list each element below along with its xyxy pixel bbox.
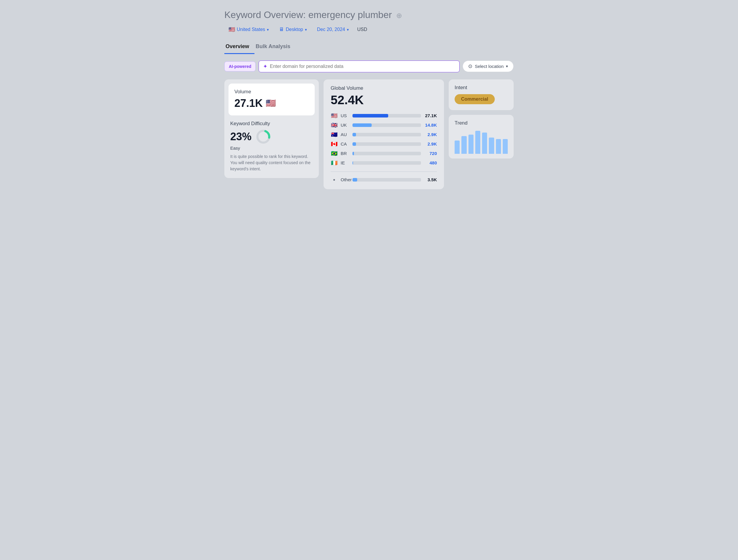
date-label: Dec 20, 2024 xyxy=(317,27,345,32)
trend-label: Trend xyxy=(455,120,508,126)
domain-input-wrapper[interactable]: ✦ xyxy=(259,60,460,72)
bar-track-other xyxy=(352,178,421,182)
num-other: 3.5K xyxy=(424,177,437,182)
bar-fill-uk xyxy=(352,123,372,127)
title-keyword: emergency plumber xyxy=(309,9,392,20)
code-uk: UK xyxy=(341,122,350,127)
select-location-btn[interactable]: ⊙ Select location ▾ xyxy=(462,60,514,72)
bar-fill-ca xyxy=(352,142,356,146)
kd-label: Keyword Difficulty xyxy=(230,121,313,126)
bar-track-au xyxy=(352,133,421,136)
ai-row: AI-powered ✦ ⊙ Select location ▾ xyxy=(224,60,514,72)
device-filter-btn[interactable]: 🖥 Desktop ▾ xyxy=(275,25,311,34)
kd-row: 23% xyxy=(230,129,313,145)
add-keyword-icon[interactable]: ⊕ xyxy=(396,11,402,19)
flag-uk: 🇬🇧 xyxy=(331,122,338,128)
flag-au: 🇦🇺 xyxy=(331,131,338,138)
country-row-au: 🇦🇺 AU 2.9K xyxy=(331,131,437,138)
domain-input[interactable] xyxy=(270,64,455,69)
global-volume-label: Global Volume xyxy=(331,85,437,91)
volume-number: 27.1K xyxy=(235,97,263,109)
currency-label: USD xyxy=(355,25,370,34)
flag-br: 🇧🇷 xyxy=(331,150,338,157)
bar-track-uk xyxy=(352,123,421,127)
trend-bar-1 xyxy=(455,141,460,154)
country-row-ca: 🇨🇦 CA 2.9K xyxy=(331,141,437,147)
filters-row: 🇺🇸 United States ▾ 🖥 Desktop ▾ Dec 20, 2… xyxy=(224,24,514,34)
code-ie: IE xyxy=(341,160,350,165)
code-br: BR xyxy=(341,151,350,156)
header: Keyword Overview: emergency plumber ⊕ 🇺🇸… xyxy=(224,9,514,34)
location-filter-btn[interactable]: 🇺🇸 United States ▾ xyxy=(224,24,273,34)
code-us: US xyxy=(341,113,350,118)
bar-track-us xyxy=(352,114,421,117)
device-chevron-icon: ▾ xyxy=(305,27,307,32)
location-select-chevron-icon: ▾ xyxy=(506,64,508,68)
location-pin-icon: ⊙ xyxy=(468,63,472,69)
bar-fill-other xyxy=(352,178,357,182)
intent-card: Intent Commercial xyxy=(449,79,514,110)
volume-flag: 🇺🇸 xyxy=(266,98,276,108)
bar-fill-au xyxy=(352,133,356,136)
flag-ca: 🇨🇦 xyxy=(331,141,338,147)
right-col: Intent Commercial Trend xyxy=(449,79,514,159)
num-ca: 2.9K xyxy=(424,142,437,147)
cards-row: Volume 27.1K 🇺🇸 Keyword Difficulty 23% E… xyxy=(224,79,514,190)
kd-ease-label: Easy xyxy=(230,146,313,151)
global-volume-card: Global Volume 52.4K 🇺🇸 US 27.1K 🇬🇧 UK xyxy=(324,79,444,190)
code-au: AU xyxy=(341,132,350,137)
volume-value: 27.1K 🇺🇸 xyxy=(235,97,309,109)
country-row-uk: 🇬🇧 UK 14.8K xyxy=(331,122,437,128)
tabs-row: Overview Bulk Analysis xyxy=(224,40,514,54)
location-flag: 🇺🇸 xyxy=(229,26,235,33)
bar-track-br xyxy=(352,152,421,155)
bar-track-ca xyxy=(352,142,421,146)
tab-bulk-analysis[interactable]: Bulk Analysis xyxy=(255,40,296,54)
select-location-label: Select location xyxy=(475,64,503,69)
country-row-us: 🇺🇸 US 27.1K xyxy=(331,112,437,119)
date-filter-btn[interactable]: Dec 20, 2024 ▾ xyxy=(313,25,353,34)
trend-bar-6 xyxy=(489,137,494,154)
flag-ie: 🇮🇪 xyxy=(331,160,338,166)
country-rows: 🇺🇸 US 27.1K 🇬🇧 UK 14.8K 🇦🇺 xyxy=(331,112,437,183)
volume-kd-card: Volume 27.1K 🇺🇸 Keyword Difficulty 23% E… xyxy=(224,79,319,178)
location-label: United States xyxy=(237,27,265,32)
trend-bar-3 xyxy=(468,134,473,154)
bar-fill-br xyxy=(352,152,354,155)
kd-description: It is quite possible to rank for this ke… xyxy=(230,154,313,172)
device-label: Desktop xyxy=(286,27,303,32)
kd-section: Keyword Difficulty 23% Easy It is quite … xyxy=(224,115,319,178)
device-monitor-icon: 🖥 xyxy=(279,27,284,32)
num-us: 27.1K xyxy=(424,113,437,118)
trend-bar-7 xyxy=(496,139,501,154)
bar-fill-ie xyxy=(352,161,353,165)
kd-donut-chart xyxy=(256,129,271,145)
trend-card: Trend xyxy=(449,115,514,159)
num-au: 2.9K xyxy=(424,132,437,137)
trend-bar-2 xyxy=(461,136,466,154)
num-uk: 14.8K xyxy=(424,122,437,127)
location-chevron-icon: ▾ xyxy=(267,27,269,32)
num-br: 720 xyxy=(424,151,437,156)
kd-percent: 23% xyxy=(230,130,252,143)
country-row-br: 🇧🇷 BR 720 xyxy=(331,150,437,157)
ai-powered-badge: AI-powered xyxy=(224,61,256,71)
trend-bars xyxy=(455,130,508,154)
global-volume-value: 52.4K xyxy=(331,93,437,107)
flag-us: 🇺🇸 xyxy=(331,112,338,119)
page-wrapper: Keyword Overview: emergency plumber ⊕ 🇺🇸… xyxy=(224,9,514,189)
volume-box: Volume 27.1K 🇺🇸 xyxy=(229,83,315,115)
country-row-other: ● Other 3.5K xyxy=(331,177,437,182)
tab-overview[interactable]: Overview xyxy=(224,40,255,54)
trend-bar-4 xyxy=(475,131,480,154)
intent-label: Intent xyxy=(455,85,508,91)
country-row-ie: 🇮🇪 IE 480 xyxy=(331,160,437,166)
sparkle-icon: ✦ xyxy=(263,63,268,70)
date-chevron-icon: ▾ xyxy=(347,27,349,32)
bar-fill-us xyxy=(352,114,388,117)
num-ie: 480 xyxy=(424,160,437,165)
flag-other: ● xyxy=(331,178,338,182)
code-ca: CA xyxy=(341,142,350,147)
trend-bar-5 xyxy=(482,132,487,154)
page-title: Keyword Overview: emergency plumber ⊕ xyxy=(224,9,514,20)
